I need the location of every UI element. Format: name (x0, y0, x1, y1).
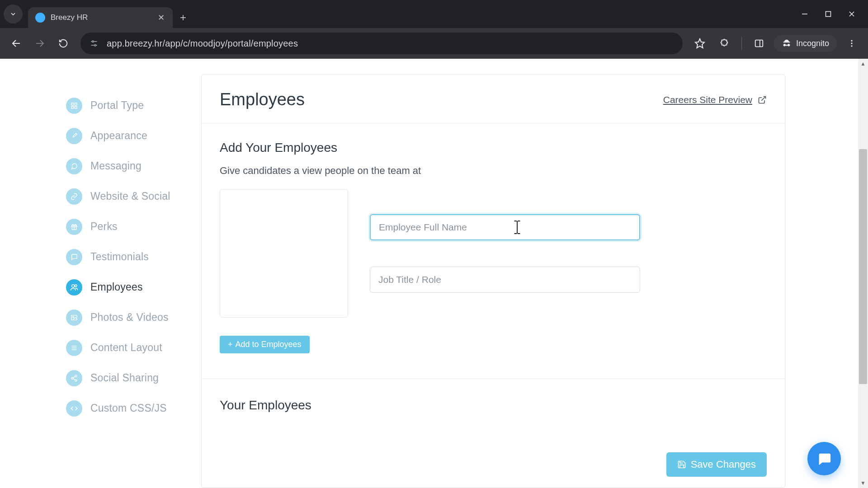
add-button-label: Add to Employees (236, 340, 302, 349)
employee-name-input[interactable] (370, 214, 640, 240)
svg-rect-19 (75, 106, 77, 108)
add-to-employees-button[interactable]: + Add to Employees (220, 336, 310, 353)
gift-icon (66, 219, 82, 235)
save-changes-button[interactable]: Save Changes (666, 452, 767, 477)
svg-point-31 (71, 377, 73, 379)
sidepanel-icon (754, 38, 764, 48)
plus-icon: + (228, 340, 233, 349)
careers-preview-link[interactable]: Careers Site Preview (663, 94, 767, 105)
svg-point-9 (94, 45, 96, 46)
reload-button[interactable] (53, 33, 73, 53)
scrollbar-thumb[interactable] (859, 149, 867, 384)
preview-link-label: Careers Site Preview (663, 94, 752, 105)
sidebar-item-appearance[interactable]: Appearance (66, 121, 201, 151)
save-button-label: Save Changes (691, 459, 756, 470)
browser-chrome: Breezy HR ✕ + (0, 0, 868, 59)
main-footer: Save Changes (666, 452, 767, 477)
tab-search-button[interactable] (4, 5, 23, 23)
sidebar-item-label: Testimonials (90, 251, 149, 263)
svg-point-13 (851, 40, 852, 42)
external-link-icon (758, 95, 767, 104)
address-bar[interactable]: app.breezy.hr/app/c/moodjoy/portal/emplo… (80, 33, 683, 54)
extensions-button[interactable] (714, 33, 734, 53)
maximize-icon (825, 10, 832, 18)
employee-role-input[interactable] (370, 267, 640, 293)
sidebar-item-label: Messaging (90, 160, 142, 172)
intercom-chat-button[interactable] (807, 442, 841, 475)
incognito-badge[interactable]: Incognito (774, 35, 837, 52)
sidebar-item-photos-videos[interactable]: Photos & Videos (66, 302, 201, 333)
kebab-icon (847, 39, 856, 48)
toolbar-right: Incognito (690, 33, 862, 53)
svg-point-30 (75, 375, 77, 377)
incognito-icon (782, 38, 792, 48)
scroll-up-arrow-icon: ▲ (858, 59, 868, 69)
svg-line-33 (73, 376, 75, 378)
sidebar-item-portal-type[interactable]: Portal Type (66, 90, 201, 121)
menu-button[interactable] (842, 33, 862, 53)
image-icon (66, 310, 82, 326)
add-employee-form (220, 189, 767, 318)
employee-fields (370, 189, 640, 318)
minimize-button[interactable] (801, 10, 808, 18)
svg-point-32 (75, 379, 77, 381)
window-controls (801, 10, 861, 18)
browser-tab[interactable]: Breezy HR ✕ (28, 7, 173, 28)
main-panel: Employees Careers Site Preview Add Your … (201, 74, 785, 488)
main-header: Employees Careers Site Preview (202, 75, 785, 123)
svg-rect-1 (826, 12, 831, 17)
svg-rect-11 (755, 40, 763, 47)
sidebar-item-label: Website & Social (90, 190, 170, 202)
site-info-button[interactable] (90, 39, 99, 48)
chevron-down-icon (9, 10, 17, 18)
arrow-left-icon (11, 38, 22, 49)
maximize-button[interactable] (825, 10, 832, 18)
arrow-right-icon (34, 38, 45, 49)
back-button[interactable] (6, 33, 26, 53)
employee-photo-upload[interactable] (220, 189, 348, 318)
add-employees-section: Add Your Employees Give candidates a vie… (202, 123, 785, 357)
tab-close-button[interactable]: ✕ (156, 13, 165, 23)
sidebar-item-messaging[interactable]: Messaging (66, 151, 201, 181)
reload-icon (58, 38, 68, 48)
browser-toolbar: app.breezy.hr/app/c/moodjoy/portal/emplo… (0, 28, 868, 59)
bookmark-button[interactable] (690, 33, 710, 53)
sidebar-item-testimonials[interactable]: Testimonials (66, 242, 201, 272)
svg-marker-10 (695, 39, 704, 48)
close-window-button[interactable] (848, 10, 855, 18)
sidebar-item-content-layout[interactable]: Content Layout (66, 333, 201, 363)
share-icon (66, 370, 82, 386)
svg-point-14 (851, 42, 852, 44)
svg-rect-18 (71, 106, 74, 108)
section-description: Give candidates a view people on the tea… (220, 165, 767, 177)
toolbar-divider (741, 37, 742, 50)
sidebar-nav: Portal Type Appearance Messaging Website… (0, 59, 201, 488)
grid-icon (66, 98, 82, 114)
incognito-label: Incognito (796, 39, 829, 48)
sidebar-item-label: Photos & Videos (90, 311, 169, 324)
svg-point-23 (72, 285, 75, 287)
svg-rect-16 (71, 103, 74, 105)
star-icon (694, 38, 705, 49)
sidebar-item-custom-css-js[interactable]: Custom CSS/JS (66, 393, 201, 423)
sidebar-item-perks[interactable]: Perks (66, 211, 201, 242)
sidebar-item-label: Custom CSS/JS (90, 402, 167, 414)
sidebar-item-website-social[interactable]: Website & Social (66, 181, 201, 211)
page-title: Employees (220, 90, 305, 109)
page-content: Portal Type Appearance Messaging Website… (0, 59, 868, 488)
page-scrollbar[interactable]: ▲ ▼ (858, 59, 868, 488)
brush-icon (66, 128, 82, 144)
sidebar-item-label: Portal Type (90, 99, 144, 112)
forward-button[interactable] (30, 33, 50, 53)
sidepanel-button[interactable] (749, 33, 769, 53)
sidebar-item-label: Appearance (90, 130, 147, 142)
sidebar-item-employees[interactable]: Employees (66, 272, 201, 302)
new-tab-button[interactable]: + (173, 7, 193, 28)
users-icon (66, 279, 82, 296)
sidebar-item-social-sharing[interactable]: Social Sharing (66, 363, 201, 393)
chat-bubble-icon (816, 451, 832, 466)
puzzle-icon (719, 38, 729, 48)
tune-icon (90, 39, 99, 48)
minimize-icon (801, 10, 808, 18)
svg-point-7 (92, 41, 94, 42)
